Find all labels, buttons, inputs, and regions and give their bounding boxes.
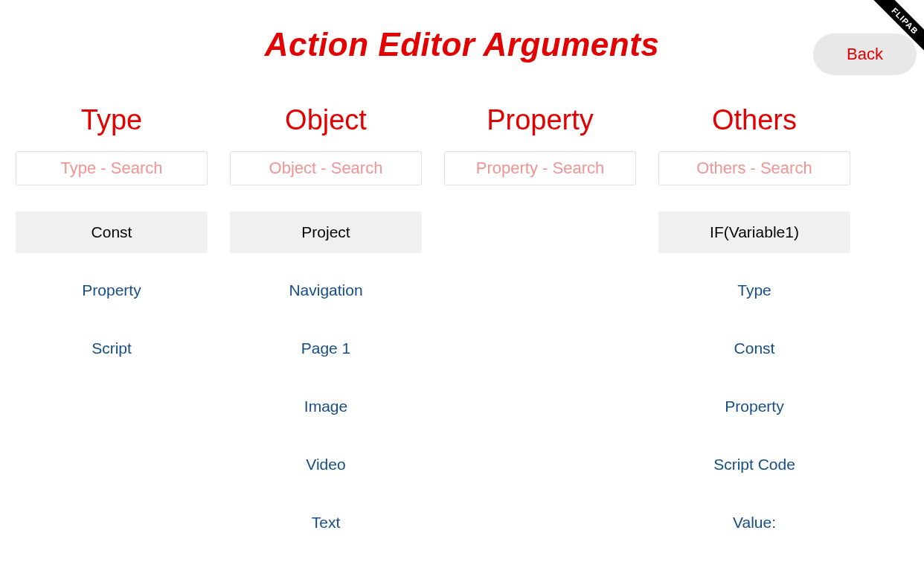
list-object: Project Navigation Page 1 Image Video Te… [230,211,422,560]
list-type: Const Property Script [16,211,208,386]
list-item[interactable]: Const [658,328,850,369]
page-title: Action Editor Arguments [0,0,924,63]
back-button[interactable]: Back [813,34,917,75]
column-others: Others IF(Variable1) Type Const Property… [654,104,855,560]
column-header-object: Object [285,104,367,136]
search-input-property[interactable] [444,151,636,185]
list-item[interactable]: Script [16,328,208,369]
list-item[interactable]: Video [230,444,422,485]
list-item[interactable]: IF(Variable1) [658,211,850,253]
column-header-property: Property [487,104,594,136]
list-item[interactable]: Project [230,211,422,253]
list-item[interactable]: Value: [658,502,850,543]
column-property: Property [440,104,641,560]
list-item[interactable]: Image [230,386,422,427]
list-item[interactable]: Script Code [658,444,850,485]
list-others: IF(Variable1) Type Const Property Script… [658,211,850,560]
search-input-others[interactable] [658,151,850,185]
list-item[interactable]: Property [16,270,208,311]
list-item[interactable]: Type [658,270,850,311]
column-header-type: Type [81,104,142,136]
list-item[interactable]: Text [230,502,422,543]
list-item[interactable]: Page 1 [230,328,422,369]
columns-container: Type Const Property Script Object Projec… [0,63,924,560]
column-header-others: Others [712,104,797,136]
list-item[interactable]: Property [658,386,850,427]
list-item[interactable]: Const [16,211,208,253]
list-item[interactable]: Navigation [230,270,422,311]
search-input-object[interactable] [230,151,422,185]
column-object: Object Project Navigation Page 1 Image V… [225,104,426,560]
column-type: Type Const Property Script [11,104,212,560]
search-input-type[interactable] [16,151,208,185]
